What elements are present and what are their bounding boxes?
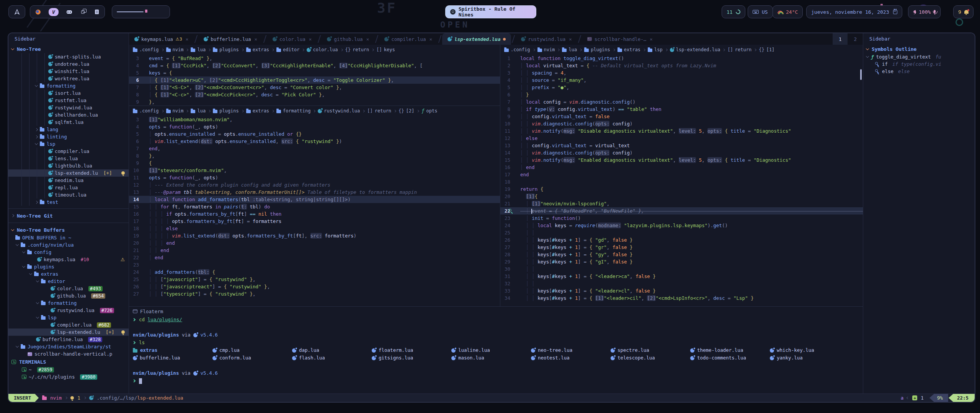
launcher-button[interactable] xyxy=(8,5,25,18)
code-line[interactable]: 4cmd = { [1]"CccPick", [2]"CccConvert", … xyxy=(129,62,500,69)
code-line[interactable]: 26 │ │ keys[#keys + 1] = { "gd", false } xyxy=(500,236,863,244)
code-line[interactable]: 8│ { [1]"<C-c>", [2]"<cmd>CccPick<cr>", … xyxy=(129,91,500,98)
code-line[interactable]: 9{ xyxy=(129,159,500,167)
code-line[interactable]: 22 │ event = { "BufReadPre", "BufNewFile… xyxy=(500,207,863,215)
tree-item[interactable]: Juegos/Indies/SteamLibrary/st xyxy=(8,343,129,350)
tree-item[interactable]: smart-splits.lua xyxy=(8,53,129,60)
tab-bufferline-lua[interactable]: bufferline.lua× xyxy=(198,33,263,45)
updates-widget[interactable]: 11 xyxy=(722,5,745,18)
code-line[interactable]: 9│ │ config.virtual_text = false xyxy=(500,113,863,120)
tree-item[interactable]: timeout.lua xyxy=(8,191,129,198)
workspace-windows[interactable] xyxy=(80,9,86,15)
code-line[interactable]: 7│ local config = vim.diagnostic.config(… xyxy=(500,98,863,106)
tree-item[interactable]: lsp xyxy=(8,140,129,148)
code-line[interactable]: 8│ if type(v: config.virtual_text) == "t… xyxy=(500,106,863,113)
notifications-widget[interactable]: 9 xyxy=(953,5,973,18)
breadcrumb-item[interactable]: lua xyxy=(562,47,577,52)
breadcrumb-item[interactable]: .config xyxy=(133,108,159,114)
tab-lsp-extended-lua[interactable]: lsp-extended.lua xyxy=(442,33,511,45)
breadcrumb-item[interactable]: []return xyxy=(367,108,391,114)
breadcrumb-item[interactable]: nvim xyxy=(166,108,184,114)
close-icon[interactable]: × xyxy=(186,36,189,42)
breadcrumb-item[interactable]: lua xyxy=(191,47,206,52)
code-line[interactable]: 30 │ │ xyxy=(500,265,863,273)
code-line[interactable]: 33 │ │ keys[#keys + 1] = { "<leader>cl",… xyxy=(500,287,863,294)
editor-pane-lsp-extended-lua[interactable]: .confignvimluapluginsextraslsplsp-extend… xyxy=(500,45,863,306)
tree-item[interactable]: lsp-extended.lu[+] xyxy=(8,328,129,336)
code-line[interactable]: 13│ ---@param tbl table<string, conform.… xyxy=(129,189,500,196)
breadcrumb-item[interactable]: extras xyxy=(246,47,269,52)
breadcrumb-item[interactable]: extras xyxy=(617,47,640,52)
tree-item[interactable]: lsp-extended.lu[+] xyxy=(8,169,129,177)
tabpage-2[interactable]: 2 xyxy=(848,33,863,45)
code-line[interactable]: 15│ │ for ft, formatters in pairs(t: tbl… xyxy=(129,203,500,210)
volume-widget[interactable]: 100% xyxy=(908,5,941,18)
code-line[interactable]: 12│ --- Extend the conform plugin config… xyxy=(129,181,500,189)
code-line[interactable]: 20│ │ │ end xyxy=(129,239,500,247)
code-line[interactable]: 12│ else xyxy=(500,135,863,142)
code-line[interactable]: 21 │ [1]"neovim/nvim-lspconfig", xyxy=(500,200,863,207)
code-line[interactable]: 18│ │ │ else xyxy=(129,225,500,232)
code-line[interactable]: 31 │ │ keys[#keys + 1] = { "<leader>ca",… xyxy=(500,273,863,280)
tree-item[interactable]: winshift.lua xyxy=(8,68,129,75)
code-line[interactable]: 26│ │ ["javascriptreact"] = { "rustywind… xyxy=(129,283,500,290)
tab-compiler-lua[interactable]: compiler.lua× xyxy=(379,33,438,45)
code-line[interactable]: 32 │ │ xyxy=(500,280,863,287)
code-line[interactable]: 5│ opts.ensure_installed = opts.ensure_i… xyxy=(129,130,500,138)
code-line[interactable]: 9}, xyxy=(129,98,500,106)
breadcrumb-item[interactable]: plugins xyxy=(584,47,610,52)
tree-item[interactable]: lang xyxy=(8,126,129,133)
code-line[interactable]: 3[1]"williamboman/mason.nvim", xyxy=(129,116,500,123)
symbols-outline-header[interactable]: Symbols Outline xyxy=(863,45,975,53)
code-line[interactable]: 16│ │ │ if opts.formatters_by_ft[ft] == … xyxy=(129,210,500,218)
tree-item[interactable]: isort.lua xyxy=(8,89,129,97)
tree-item[interactable]: compiler.lua xyxy=(8,148,129,155)
code-line[interactable]: 22│ end xyxy=(129,254,500,261)
tree-item[interactable]: shellharden.lua xyxy=(8,111,129,119)
tree-item[interactable]: rustywind.lua xyxy=(8,104,129,111)
tree-item[interactable]: github.lua#654 xyxy=(8,292,129,299)
tree-item[interactable]: repl.lua xyxy=(8,184,129,191)
code-line[interactable]: 14│ local function add_formatters(tbl :t… xyxy=(129,196,500,203)
tree-item[interactable]: lens.lua xyxy=(8,155,129,162)
tree-item[interactable]: neodim.lua xyxy=(8,177,129,184)
tree-item[interactable]: ~/.c/n/l/plugins#3980 xyxy=(8,373,129,380)
code-line[interactable]: 8}, xyxy=(129,152,500,159)
tab-github-lua[interactable]: github.lua× xyxy=(322,33,374,45)
clock-widget[interactable]: jueves, noviembre 16, 2023 xyxy=(806,5,902,18)
tree-item[interactable]: .config/nvim/lua xyxy=(8,241,129,249)
tree-item[interactable]: color.lua#493 xyxy=(8,285,129,292)
code-line[interactable]: 17│ │ │ │ opts.formatters_by_ft[ft] = fo… xyxy=(129,218,500,225)
weather-widget[interactable]: 24°C xyxy=(773,5,803,18)
tab-keymaps-lua[interactable]: keymaps.lua⚠3× xyxy=(129,33,194,45)
breadcrumb-item[interactable]: nvim xyxy=(166,47,184,52)
tree-item[interactable]: extras xyxy=(8,270,129,278)
code-line[interactable]: 1local function toggle_diag_virtext() xyxy=(500,55,863,62)
tabpage-1[interactable]: 1 xyxy=(833,33,848,45)
code-line[interactable]: 11opts = function(_, opts) xyxy=(129,174,500,181)
workspace-nvim-active[interactable]: V xyxy=(49,8,59,16)
code-line[interactable]: 17end xyxy=(500,171,863,178)
code-line[interactable]: 6│ } xyxy=(500,91,863,98)
editor-pane-rustywind-lua[interactable]: .confignvimluapluginsextrasformattingrus… xyxy=(129,106,500,306)
code-line[interactable]: 11│ │ vim.notify(msg: "Disable diagnosti… xyxy=(500,127,863,135)
code-line[interactable]: 19return { xyxy=(500,185,863,193)
close-icon[interactable]: × xyxy=(366,36,369,42)
tree-item[interactable]: rustywind.lua#726 xyxy=(8,307,129,314)
taskbar-pill[interactable] xyxy=(112,5,170,18)
breadcrumb-item[interactable]: lsp-extended.lua xyxy=(670,47,720,52)
tree-item[interactable]: linting xyxy=(8,133,129,140)
code-line[interactable]: 7│ { [1]"<S-C>", [2]"<cmd>CccConvert<cr>… xyxy=(129,84,500,91)
floaterm-terminal[interactable]: Floatermcd lua/plugins/nvim/lua/plugins … xyxy=(129,306,863,393)
keyboard-layout-widget[interactable]: US xyxy=(748,5,773,18)
code-line[interactable]: 27 │ │ keys[#keys + 1] = { "gr", false } xyxy=(500,244,863,251)
symbol-item[interactable]: ifif type(config.vi xyxy=(863,60,975,68)
tab-color-lua[interactable]: color.lua× xyxy=(267,33,317,45)
breadcrumb-item[interactable]: nvim xyxy=(537,47,555,52)
breadcrumb-item[interactable]: formatting xyxy=(276,108,310,114)
breadcrumb-item[interactable]: {}return xyxy=(345,47,369,52)
breadcrumb-item[interactable]: color.lua xyxy=(307,47,338,52)
symbol-item[interactable]: elseelse xyxy=(863,68,975,75)
code-line[interactable]: 13│ │ config.virtual_text = virtual_text xyxy=(500,142,863,149)
code-line[interactable]: 2│ local virtual_text = { -- Default vir… xyxy=(500,62,863,69)
